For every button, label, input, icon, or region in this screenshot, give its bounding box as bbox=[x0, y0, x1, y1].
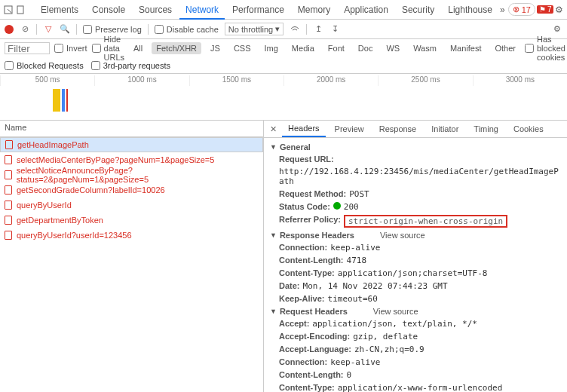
svg-rect-1 bbox=[17, 6, 23, 14]
file-icon bbox=[5, 185, 12, 194]
rtab-response[interactable]: Response bbox=[373, 121, 423, 136]
tab-elements[interactable]: Elements bbox=[35, 0, 84, 20]
rtab-preview[interactable]: Preview bbox=[329, 121, 370, 136]
error-badge[interactable]: ⊗17 bbox=[508, 3, 535, 16]
type-all[interactable]: All bbox=[129, 42, 147, 54]
list-item[interactable]: selectNoticeAnnounceByPage?status=2&page… bbox=[0, 167, 263, 182]
list-item[interactable]: queryByUserId?userId=123456 bbox=[0, 228, 263, 243]
rtab-cookies[interactable]: Cookies bbox=[507, 121, 550, 136]
tab-security[interactable]: Security bbox=[396, 0, 440, 20]
issues-badge[interactable]: ⚑7 bbox=[537, 5, 554, 14]
device-icon[interactable] bbox=[15, 5, 26, 15]
preserve-log[interactable]: Preserve log bbox=[83, 25, 142, 34]
rtab-initiator[interactable]: Initiator bbox=[425, 121, 464, 136]
type-media[interactable]: Media bbox=[287, 42, 319, 54]
record-icon[interactable] bbox=[5, 25, 14, 34]
tab-performance[interactable]: Performance bbox=[226, 0, 290, 20]
file-icon bbox=[5, 155, 12, 164]
download-icon[interactable]: ↧ bbox=[329, 24, 340, 35]
list-item[interactable]: queryByUserId bbox=[0, 198, 263, 213]
rtab-timing[interactable]: Timing bbox=[467, 121, 504, 136]
blocked-cookies[interactable]: Has blocked cookies bbox=[525, 35, 565, 62]
status-dot-icon bbox=[333, 202, 341, 210]
list-item[interactable]: getHeadImagePath bbox=[0, 137, 263, 152]
inspect-icon[interactable] bbox=[3, 5, 14, 15]
type-ws[interactable]: WS bbox=[382, 42, 404, 54]
wifi-icon[interactable] bbox=[290, 24, 300, 35]
referrer-highlight: strict-origin-when-cross-origin bbox=[344, 215, 507, 228]
file-icon bbox=[5, 140, 13, 149]
list-item[interactable]: getSecondGradeColumn?labelId=10026 bbox=[0, 182, 263, 198]
third-party[interactable]: 3rd-party requests bbox=[91, 61, 170, 70]
name-header: Name bbox=[0, 121, 263, 137]
blocked-requests[interactable]: Blocked Requests bbox=[5, 61, 84, 70]
tab-application[interactable]: Application bbox=[338, 0, 394, 20]
invert-check[interactable]: Invert bbox=[54, 44, 87, 53]
close-detail-icon[interactable]: ✕ bbox=[267, 124, 279, 134]
search-icon[interactable]: 🔍 bbox=[60, 24, 70, 35]
disable-cache[interactable]: Disable cache bbox=[155, 25, 219, 34]
list-item[interactable]: getDepartmentByToken bbox=[0, 213, 263, 228]
tab-console[interactable]: Console bbox=[86, 0, 131, 20]
type-doc[interactable]: Doc bbox=[354, 42, 378, 54]
section-general[interactable]: ▼General bbox=[264, 141, 567, 153]
more-tabs-icon[interactable]: » bbox=[500, 5, 505, 15]
view-source-req[interactable]: View source bbox=[373, 307, 418, 316]
section-request[interactable]: ▼Request HeadersView source bbox=[264, 305, 567, 317]
file-icon bbox=[5, 231, 12, 240]
settings-icon[interactable]: ⚙ bbox=[555, 5, 563, 15]
file-icon bbox=[5, 216, 12, 225]
timeline[interactable]: 500 ms 1000 ms 1500 ms 2000 ms 2500 ms 3… bbox=[0, 74, 567, 121]
clear-icon[interactable]: ⊘ bbox=[20, 24, 30, 35]
tab-sources[interactable]: Sources bbox=[133, 0, 178, 20]
section-response[interactable]: ▼Response HeadersView source bbox=[264, 229, 567, 241]
type-font[interactable]: Font bbox=[323, 42, 349, 54]
tab-lighthouse[interactable]: Lighthouse bbox=[442, 0, 498, 20]
type-css[interactable]: CSS bbox=[229, 42, 256, 54]
hide-check[interactable]: Hide data URLs bbox=[92, 35, 125, 62]
type-other[interactable]: Other bbox=[490, 42, 520, 54]
type-manifest[interactable]: Manifest bbox=[446, 42, 486, 54]
settings2-icon[interactable]: ⚙ bbox=[552, 24, 562, 35]
tab-network[interactable]: Network bbox=[179, 0, 225, 20]
type-js[interactable]: JS bbox=[206, 42, 225, 54]
upload-icon[interactable]: ↥ bbox=[313, 24, 323, 35]
view-source-resp[interactable]: View source bbox=[380, 231, 425, 240]
filter-icon[interactable]: ▽ bbox=[43, 24, 54, 35]
rtab-headers[interactable]: Headers bbox=[282, 121, 326, 137]
type-wasm[interactable]: Wasm bbox=[409, 42, 441, 54]
type-img[interactable]: Img bbox=[260, 42, 283, 54]
file-icon bbox=[5, 170, 12, 179]
file-icon bbox=[5, 201, 12, 210]
throttle-select[interactable]: No throttling▾ bbox=[225, 23, 284, 35]
tab-memory[interactable]: Memory bbox=[292, 0, 336, 20]
filter-input[interactable] bbox=[5, 42, 50, 54]
type-fetch[interactable]: Fetch/XHR bbox=[152, 42, 201, 54]
list-item[interactable]: selectMediaCenterByPage?pageNum=1&pageSi… bbox=[0, 152, 263, 167]
request-list: getHeadImagePath selectMediaCenterByPage… bbox=[0, 137, 263, 243]
